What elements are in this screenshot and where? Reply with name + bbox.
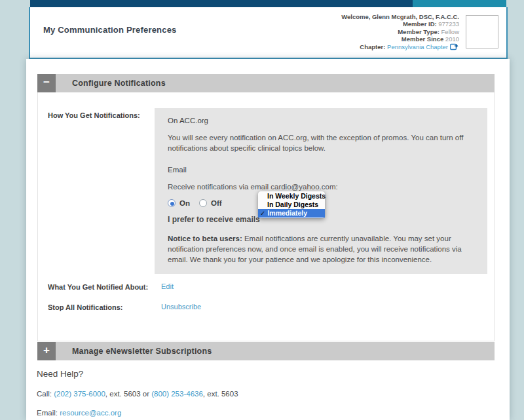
chapter-link[interactable]: Pennsylvania Chapter [387, 43, 448, 50]
member-id-line: Member ID: 977233 [341, 20, 459, 28]
dropdown-option-daily[interactable]: In Daily Digests [258, 200, 325, 209]
email-heading: Email [168, 166, 474, 174]
radio-off-label: Off [211, 199, 222, 207]
page: My Communication Preferences Welcome, Gl… [0, 0, 524, 420]
dropdown-option-weekly[interactable]: In Weekly Digests [258, 192, 325, 200]
expand-button[interactable]: + [37, 342, 56, 360]
external-link-icon [450, 43, 459, 52]
beta-notice-bold: Notice to beta users: [168, 235, 242, 242]
unsubscribe-link[interactable]: Unsubscribe [161, 303, 201, 311]
on-acc-description: You will see every notification on ACC.o… [168, 133, 474, 154]
email-line: Email: resource@acc.org [37, 409, 238, 417]
on-acc-heading: On ACC.org [168, 117, 474, 124]
dropdown-option-immediately[interactable]: ✓Immediately [258, 209, 325, 218]
phone-link-2[interactable]: (800) 253-4636 [151, 390, 203, 398]
content-panel: − Configure Notifications How You Get No… [26, 59, 510, 420]
member-photo-placeholder [466, 15, 498, 48]
radio-off[interactable] [199, 199, 207, 207]
configure-notifications-title: Configure Notifications [72, 79, 166, 88]
chapter-line: Chapter: Pennsylvania Chapter [341, 43, 459, 52]
radio-on[interactable] [168, 199, 176, 207]
dropdown-selected-label: Immediately [267, 209, 307, 217]
member-since-line: Member Since 2010 [341, 35, 459, 43]
checkmark-icon: ✓ [260, 210, 265, 217]
welcome-line: Welcome, Glenn Mcgrath, DSC, F.A.C.C. [341, 13, 459, 20]
collapse-button[interactable]: − [37, 74, 56, 92]
help-email-link[interactable]: resource@acc.org [60, 409, 121, 417]
stop-notifications-label: Stop All Notifications: [48, 303, 122, 311]
radio-dot [170, 202, 174, 206]
receive-email-line: Receive notifications via email cardio@y… [168, 183, 474, 191]
beta-notice: Notice to beta users: Email notification… [168, 233, 474, 265]
call-line: Call: (202) 375-6000, ext. 5603 or (800)… [37, 390, 238, 398]
phone-link-1[interactable]: (202) 375-6000 [54, 390, 105, 398]
profile-header: My Communication Preferences Welcome, Gl… [29, 7, 508, 59]
manage-newsletter-title: Manage eNewsletter Subscriptions [72, 347, 212, 356]
configure-notifications-content: How You Get Notifications: On ACC.org Yo… [37, 92, 495, 341]
edit-link[interactable]: Edit [161, 282, 174, 290]
need-help-heading: Need Help? [37, 369, 238, 379]
member-info: Welcome, Glenn Mcgrath, DSC, F.A.C.C. Me… [341, 13, 459, 52]
email-frequency-dropdown: In Weekly Digests In Daily Digests ✓Imme… [258, 191, 325, 218]
manage-newsletter-bar[interactable]: + Manage eNewsletter Subscriptions [37, 342, 495, 360]
page-title: My Communication Preferences [43, 25, 177, 35]
member-type-line: Member Type: Fellow [341, 28, 459, 35]
need-help-section: Need Help? Call: (202) 375-6000, ext. 56… [37, 369, 238, 420]
configure-notifications-bar[interactable]: − Configure Notifications [37, 74, 495, 92]
what-notified-label: What You Get Notified About: [48, 283, 148, 291]
how-you-get-label: How You Get Notifications: [48, 111, 140, 119]
radio-on-label: On [179, 199, 190, 207]
